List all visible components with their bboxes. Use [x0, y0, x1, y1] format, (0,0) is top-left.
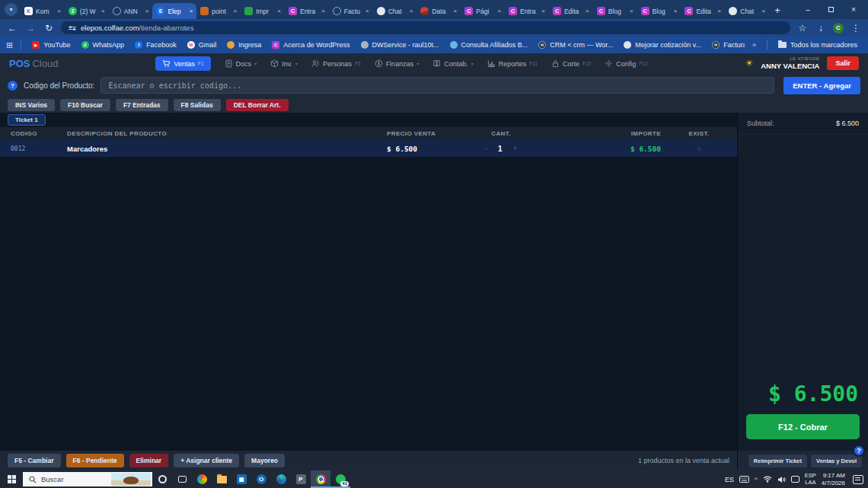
- bookmark-item[interactable]: Mejorar cotización v...: [619, 40, 706, 50]
- input-language[interactable]: ES: [725, 476, 734, 483]
- nav-item-ventas[interactable]: VentasF1: [155, 56, 210, 71]
- browser-tab[interactable]: KKom×: [21, 3, 65, 19]
- back-button[interactable]: ←: [6, 23, 18, 33]
- taskbar-task-view[interactable]: [172, 470, 192, 488]
- nav-item-contab[interactable]: Contab.▾: [432, 59, 474, 68]
- charge-button[interactable]: F12 - Cobrar: [746, 414, 860, 439]
- tab-close-icon[interactable]: ×: [541, 8, 545, 14]
- nav-item-corte[interactable]: CorteF10: [551, 59, 591, 68]
- nav-item-reportes[interactable]: ReportesF11: [487, 59, 538, 68]
- bookmark-item[interactable]: WFacturación Electrón...: [707, 40, 745, 50]
- tab-close-icon[interactable]: ×: [586, 8, 589, 14]
- browser-tab[interactable]: CBlog×: [637, 3, 681, 19]
- browser-tab[interactable]: CEdita×: [549, 3, 593, 19]
- hotkey-ins-varios[interactable]: INS Varios: [8, 99, 55, 111]
- tab-close-icon[interactable]: ×: [190, 8, 193, 14]
- taskbar-p-app[interactable]: P: [291, 470, 311, 488]
- browser-tab[interactable]: CBlog×: [593, 3, 637, 19]
- tab-close-icon[interactable]: ×: [233, 8, 237, 14]
- volume-icon[interactable]: [777, 476, 786, 483]
- browser-tab[interactable]: Data×: [416, 3, 461, 19]
- nav-item-docs[interactable]: Docs▾: [225, 59, 257, 68]
- clock[interactable]: 9:17 AM 4/7/2026: [822, 472, 845, 486]
- taskbar-outlook[interactable]: O: [251, 470, 271, 488]
- browser-tab[interactable]: CEntra×: [505, 3, 549, 19]
- taskbar-copilot[interactable]: [192, 470, 212, 488]
- apps-grid-icon[interactable]: ⊞: [6, 40, 13, 50]
- browser-tab[interactable]: Chat×: [373, 3, 417, 19]
- forward-button[interactable]: →: [24, 23, 37, 33]
- hotkey-del-borrar-art-[interactable]: DEL Borrar Art.: [226, 99, 289, 111]
- reprint-ticket-button[interactable]: Reimprimir Ticket: [748, 455, 807, 467]
- browser-tab[interactable]: Factu×: [329, 3, 373, 19]
- tab-close-icon[interactable]: ×: [674, 8, 678, 14]
- bookmark-item[interactable]: MGmail: [183, 40, 222, 50]
- bookmark-item[interactable]: Ingresa: [222, 40, 266, 50]
- browser-tab[interactable]: point×: [196, 3, 241, 19]
- taskbar-whatsapp[interactable]: 41: [330, 470, 350, 488]
- taskbar-file-explorer[interactable]: [212, 470, 231, 488]
- taskbar-chrome[interactable]: [311, 470, 330, 488]
- address-bar[interactable]: elepos.colfae.com/tienda-abarrotes: [61, 21, 790, 34]
- profile-avatar[interactable]: C: [833, 23, 844, 33]
- footer-eliminar[interactable]: Eliminar: [129, 454, 169, 467]
- logout-button[interactable]: Salir: [827, 56, 859, 70]
- nav-item-config[interactable]: ConfigF12: [605, 59, 647, 68]
- add-product-button[interactable]: ENTER - Agregar: [783, 77, 860, 94]
- tab-close-icon[interactable]: ×: [454, 8, 458, 14]
- browser-tab[interactable]: Impr×: [241, 3, 285, 19]
- minimize-button[interactable]: –: [796, 0, 819, 19]
- tab-close-icon[interactable]: ×: [718, 8, 722, 14]
- tab-close-icon[interactable]: ×: [57, 8, 61, 14]
- tab-close-icon[interactable]: ×: [277, 8, 281, 14]
- close-button[interactable]: ×: [842, 0, 865, 19]
- browser-tab[interactable]: 2(2) W×: [65, 3, 109, 19]
- help-bubble-icon[interactable]: ?: [853, 445, 865, 457]
- tab-close-icon[interactable]: ×: [630, 8, 633, 14]
- browser-tab[interactable]: CPági×: [461, 3, 505, 19]
- nav-item-personas[interactable]: PersonasF5: [311, 59, 361, 68]
- product-code-input[interactable]: [101, 77, 774, 94]
- display-icon[interactable]: [791, 476, 799, 483]
- sales-returns-button[interactable]: Ventas y Devol: [811, 455, 862, 467]
- tab-close-icon[interactable]: ×: [497, 8, 501, 14]
- browser-tab[interactable]: CEdita×: [681, 3, 725, 19]
- wifi-icon[interactable]: [763, 476, 772, 483]
- bookmarks-overflow-button[interactable]: »: [748, 41, 761, 49]
- notification-center-icon[interactable]: [853, 475, 863, 484]
- new-tab-button[interactable]: +: [771, 5, 784, 16]
- browser-tab[interactable]: Chat×: [725, 3, 769, 19]
- bookmark-item[interactable]: CAcerca de WordPress: [267, 40, 354, 50]
- help-icon[interactable]: ?: [8, 81, 18, 91]
- bookmark-star-icon[interactable]: ☆: [796, 23, 809, 33]
- browser-tab[interactable]: EElep×: [152, 3, 196, 19]
- hotkey-f7-entradas[interactable]: F7 Entradas: [116, 99, 168, 111]
- maximize-button[interactable]: [819, 0, 842, 19]
- nav-item-finanzas[interactable]: Finanzas▾: [375, 59, 420, 68]
- browser-tab[interactable]: CEntra×: [285, 3, 329, 19]
- bookmark-item[interactable]: Consulta Afiliados B...: [445, 40, 533, 50]
- browser-tab[interactable]: ANN×: [109, 3, 153, 19]
- taskbar-edge[interactable]: [271, 470, 291, 488]
- footer-f5-cambiar[interactable]: F5 - Cambiar: [8, 454, 61, 467]
- reload-button[interactable]: ↻: [43, 23, 55, 33]
- keyboard-icon[interactable]: [739, 476, 749, 483]
- downloads-icon[interactable]: ↓: [815, 23, 827, 33]
- all-bookmarks-button[interactable]: Todos los marcadores: [774, 41, 862, 49]
- footer-f6-pendiente[interactable]: F6 - Pendiente: [66, 454, 124, 467]
- tab-close-icon[interactable]: ×: [410, 8, 413, 14]
- qty-plus-button[interactable]: +: [513, 145, 517, 152]
- site-settings-icon[interactable]: [69, 27, 76, 30]
- table-row[interactable]: 0012Marcadores$ 6.500-1+$ 6.5000: [0, 140, 737, 157]
- bookmark-item[interactable]: 2WhatsApp: [77, 40, 129, 50]
- language-indicator[interactable]: ESP LAA: [805, 473, 816, 486]
- taskbar-microsoft-store[interactable]: ▦: [231, 470, 251, 488]
- bookmark-item[interactable]: DWService - raul10t...: [356, 40, 444, 50]
- tab-close-icon[interactable]: ×: [145, 8, 149, 14]
- taskbar-search[interactable]: Buscar: [23, 472, 152, 486]
- tab-close-icon[interactable]: ×: [101, 8, 105, 14]
- footer--asignar-cliente[interactable]: + Asignar cliente: [174, 454, 239, 467]
- tab-close-icon[interactable]: ×: [365, 8, 369, 14]
- qty-minus-button[interactable]: -: [485, 145, 487, 152]
- bookmark-item[interactable]: WCRM < crm — Wor...: [534, 40, 617, 50]
